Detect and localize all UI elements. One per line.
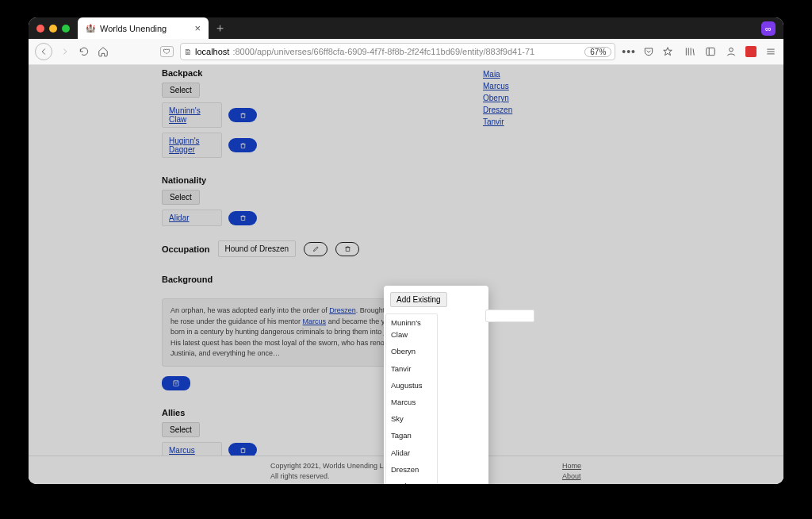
popup-option[interactable]: Tanvir [386, 360, 437, 377]
extension-icon[interactable] [745, 46, 756, 57]
close-window-button[interactable] [36, 25, 44, 33]
toolbar-right [680, 45, 777, 58]
tab-strip: 🏰 Worlds Unending × ＋ ∞ [29, 17, 783, 39]
home-button[interactable] [97, 45, 109, 58]
popup-option[interactable]: Neeko [386, 478, 437, 484]
library-icon[interactable] [684, 45, 696, 58]
window-controls [29, 17, 78, 39]
url-path: :8000/app/universes/66ff8cfa-6909-4f7f-8… [232, 47, 581, 56]
reload-button[interactable] [78, 45, 90, 58]
menu-button[interactable] [764, 45, 777, 58]
browser-window: 🏰 Worlds Unending × ＋ ∞ 🛡 🗎 localhost:80… [29, 17, 783, 484]
popup-option[interactable]: Sky [386, 410, 437, 427]
popup-option[interactable]: Tagan [386, 427, 437, 444]
page-actions-button[interactable]: ••• [622, 45, 636, 58]
add-existing-popup: Add Existing Muninn's Claw Oberyn Tanvir… [384, 286, 488, 484]
minimize-window-button[interactable] [49, 25, 57, 33]
add-existing-button[interactable]: Add Existing [390, 292, 447, 307]
popup-option[interactable]: Dreszen [386, 461, 437, 478]
tabstrip-right: ∞ [761, 17, 783, 39]
popup-option[interactable]: Muninn's Claw [386, 314, 437, 343]
zoom-indicator[interactable]: 67% [584, 47, 611, 57]
svg-rect-0 [707, 48, 715, 55]
tab-title: Worlds Unending [100, 24, 167, 33]
page-viewport: Backpack Select Muninn's Claw Huginn's D… [29, 65, 783, 484]
site-info-icon[interactable]: 🗎 [184, 48, 192, 56]
close-tab-icon[interactable]: × [194, 22, 201, 34]
popup-search-input[interactable] [485, 309, 534, 322]
sidebar-icon[interactable] [704, 45, 717, 58]
address-bar: 🛡 🗎 localhost:8000/app/universes/66ff8cf… [29, 39, 783, 65]
svg-point-1 [730, 48, 733, 52]
save-pocket-icon[interactable] [642, 45, 655, 58]
url-host: localhost [195, 47, 229, 56]
popup-option[interactable]: Oberyn [386, 343, 437, 359]
forward-button[interactable] [59, 45, 71, 58]
maximize-window-button[interactable] [62, 25, 70, 33]
shield-icon[interactable]: 🛡 [160, 46, 174, 57]
popup-option[interactable]: Augustus [386, 377, 437, 394]
bookmark-star-icon[interactable] [661, 45, 674, 58]
popup-option[interactable]: Marcus [386, 394, 437, 410]
popup-option[interactable]: Alidar [386, 444, 437, 461]
url-input[interactable]: 🗎 localhost:8000/app/universes/66ff8cfa-… [180, 43, 615, 60]
extension-badge-icon[interactable]: ∞ [761, 21, 776, 36]
account-icon[interactable] [725, 45, 737, 58]
browser-tab[interactable]: 🏰 Worlds Unending × [78, 17, 209, 39]
tab-favicon-icon: 🏰 [86, 24, 95, 33]
back-button[interactable] [35, 43, 52, 60]
new-tab-button[interactable]: ＋ [209, 17, 231, 39]
popup-options-list: Muninn's Claw Oberyn Tanvir Augustus Mar… [385, 313, 438, 484]
